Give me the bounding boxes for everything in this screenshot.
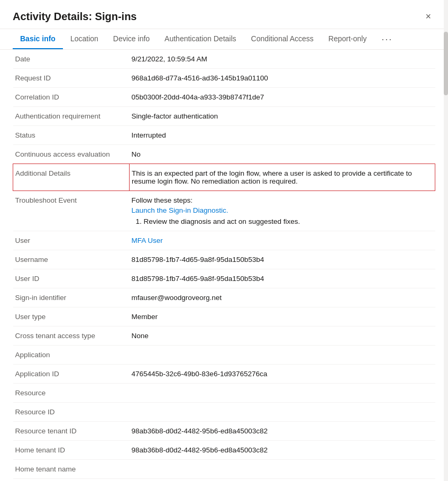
table-row: Date9/21/2022, 10:59:54 AM xyxy=(13,50,435,69)
row-label: Username xyxy=(13,250,130,269)
table-row: Resource ID xyxy=(13,403,435,422)
tab-location[interactable]: Location xyxy=(63,29,106,49)
table-row: Troubleshoot EventFollow these steps:Lau… xyxy=(13,191,435,231)
table-row: Application xyxy=(13,346,435,365)
row-value: 98ab36b8-d0d2-4482-95b6-ed8a45003c82 xyxy=(130,422,435,441)
table-row: Username81d85798-1fb7-4d65-9a8f-95da150b… xyxy=(13,250,435,269)
close-button[interactable]: × xyxy=(421,10,435,23)
row-label: Cross tenant access type xyxy=(13,326,130,346)
row-label: Correlation ID xyxy=(13,88,130,107)
row-value: No xyxy=(130,145,435,164)
dialog-title: Activity Details: Sign-ins xyxy=(13,11,137,23)
table-row: Continuous access evaluationNo xyxy=(13,145,435,164)
table-row: Resource tenant ID98ab36b8-d0d2-4482-95b… xyxy=(13,422,435,441)
scrollbar[interactable] xyxy=(444,0,448,481)
row-label: Date xyxy=(13,50,130,69)
follow-steps-label: Follow these steps: xyxy=(132,196,433,204)
tab-basic-info[interactable]: Basic info xyxy=(13,29,63,49)
table-row: Request ID968a1d68-d77a-4516-ad36-145b19… xyxy=(13,69,435,88)
row-value: 05b0300f-20dd-404a-a933-39b8747f1de7 xyxy=(130,88,435,107)
table-row: Correlation ID05b0300f-20dd-404a-a933-39… xyxy=(13,88,435,107)
row-value xyxy=(130,479,435,482)
row-value: Single-factor authentication xyxy=(130,107,435,126)
table-row: User ID81d85798-1fb7-4d65-9a8f-95da150b5… xyxy=(13,269,435,288)
tab-conditional-access[interactable]: Conditional Access xyxy=(244,29,321,49)
row-value: None xyxy=(130,326,435,346)
row-value xyxy=(130,403,435,422)
row-label: Resource ID xyxy=(13,403,130,422)
row-value[interactable]: MFA User xyxy=(130,231,435,250)
table-row: StatusInterrupted xyxy=(13,126,435,145)
row-value: This is an expected part of the login fl… xyxy=(130,164,435,191)
table-row: Cross tenant access typeNone xyxy=(13,326,435,346)
row-label: Resource tenant ID xyxy=(13,422,130,441)
activity-details-dialog: Activity Details: Sign-ins × Basic info … xyxy=(0,0,448,481)
row-value: Interrupted xyxy=(130,126,435,145)
row-label: Home tenant ID xyxy=(13,441,130,460)
row-label: Application xyxy=(13,346,130,365)
table-row: Sign-in identifiermfauser@woodgroveorg.n… xyxy=(13,288,435,307)
review-step-text: 1. Review the diagnosis and act on sugge… xyxy=(132,217,433,225)
row-value xyxy=(130,384,435,403)
row-label: Sign-in identifier xyxy=(13,288,130,307)
info-table: Date9/21/2022, 10:59:54 AMRequest ID968a… xyxy=(13,50,435,481)
row-value: 81d85798-1fb7-4d65-9a8f-95da150b53b4 xyxy=(130,269,435,288)
table-row: Home tenant name xyxy=(13,460,435,479)
dialog-header: Activity Details: Sign-ins × xyxy=(0,0,448,29)
row-label: User ID xyxy=(13,269,130,288)
row-label: Additional Details xyxy=(13,164,130,191)
row-value xyxy=(130,460,435,479)
row-label: Troubleshoot Event xyxy=(13,191,130,231)
row-label: Client app xyxy=(13,479,130,482)
row-value: 4765445b-32c6-49b0-83e6-1d93765276ca xyxy=(130,365,435,384)
tab-device-info[interactable]: Device info xyxy=(106,29,157,49)
row-label: Status xyxy=(13,126,130,145)
row-value: Follow these steps:Launch the Sign-in Di… xyxy=(130,191,435,231)
table-row: Resource xyxy=(13,384,435,403)
row-label: User xyxy=(13,231,130,250)
tab-bar: Basic info Location Device info Authenti… xyxy=(0,29,448,50)
table-row: UserMFA User xyxy=(13,231,435,250)
row-value: Member xyxy=(130,307,435,326)
table-row: Client app xyxy=(13,479,435,482)
launch-diagnostic-link[interactable]: Launch the Sign-in Diagnostic. xyxy=(132,206,433,214)
more-tabs-button[interactable]: ··· xyxy=(376,30,398,49)
scrollbar-thumb[interactable] xyxy=(444,32,448,95)
row-value: 98ab36b8-d0d2-4482-95b6-ed8a45003c82 xyxy=(130,441,435,460)
row-label: Continuous access evaluation xyxy=(13,145,130,164)
tab-authentication-details[interactable]: Authentication Details xyxy=(157,29,243,49)
table-row: Authentication requirementSingle-factor … xyxy=(13,107,435,126)
table-row: Application ID4765445b-32c6-49b0-83e6-1d… xyxy=(13,365,435,384)
row-value: 9/21/2022, 10:59:54 AM xyxy=(130,50,435,69)
row-label: Request ID xyxy=(13,69,130,88)
row-value: 968a1d68-d77a-4516-ad36-145b19a01100 xyxy=(130,69,435,88)
table-row: Additional DetailsThis is an expected pa… xyxy=(13,164,435,191)
user-link[interactable]: MFA User xyxy=(132,237,163,244)
table-row: User typeMember xyxy=(13,307,435,326)
row-label: Home tenant name xyxy=(13,460,130,479)
table-row: Home tenant ID98ab36b8-d0d2-4482-95b6-ed… xyxy=(13,441,435,460)
tab-report-only[interactable]: Report-only xyxy=(321,29,374,49)
content-area: Date9/21/2022, 10:59:54 AMRequest ID968a… xyxy=(0,50,448,481)
row-label: User type xyxy=(13,307,130,326)
row-value xyxy=(130,346,435,365)
row-label: Resource xyxy=(13,384,130,403)
row-label: Authentication requirement xyxy=(13,107,130,126)
row-value: 81d85798-1fb7-4d65-9a8f-95da150b53b4 xyxy=(130,250,435,269)
row-value: mfauser@woodgroveorg.net xyxy=(130,288,435,307)
row-label: Application ID xyxy=(13,365,130,384)
